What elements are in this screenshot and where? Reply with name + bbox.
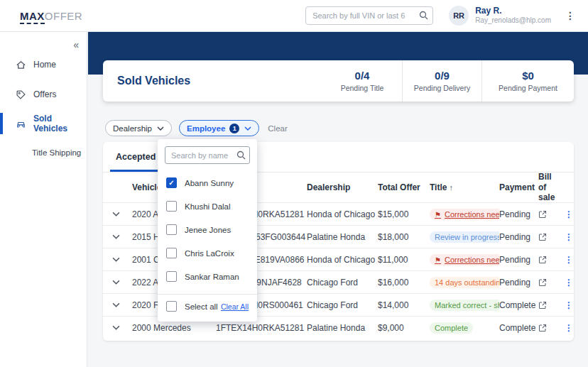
employee-option-jenee-jones[interactable]: Jenee Jones bbox=[158, 218, 257, 241]
column-header-bill-of-sale[interactable]: Bill of sale bbox=[538, 172, 565, 202]
stat-pending-delivery: 0/9 Pending Delivery bbox=[402, 60, 481, 102]
checkbox-icon[interactable] bbox=[166, 248, 177, 258]
stat-label: Pending Title bbox=[341, 84, 384, 92]
employee-filter-dropdown: Abann Sunny Khushi Dalal Jenee Jones Chr… bbox=[158, 139, 257, 322]
summary-card: Sold Vehicles 0/4 Pending Title 0/9 Pend… bbox=[103, 60, 574, 102]
title-status-cell: ⚑Corrections needed bbox=[430, 254, 499, 265]
sidebar-item-title-shipping[interactable]: Title Shipping bbox=[0, 142, 87, 163]
sort-ascending-icon: ↑ bbox=[449, 183, 453, 192]
header-kebab-menu-icon[interactable]: ⋮ bbox=[562, 9, 578, 23]
row-expand-icon[interactable] bbox=[112, 234, 132, 239]
employee-option-label: Khushi Dalal bbox=[185, 202, 231, 211]
chevron-down-icon bbox=[157, 126, 164, 131]
dealership-cell: Honda of Chicago bbox=[307, 255, 378, 265]
bill-of-sale-external-link-icon[interactable] bbox=[538, 324, 565, 332]
filter-row: Dealership Employee 1 Clear bbox=[105, 120, 288, 136]
bill-of-sale-external-link-icon[interactable] bbox=[538, 301, 565, 310]
bill-of-sale-external-link-icon[interactable] bbox=[538, 210, 565, 219]
stat-value: 0/4 bbox=[355, 70, 370, 82]
sidebar-item-sold-vehicles[interactable]: Sold Vehicles bbox=[0, 113, 87, 134]
title-status-badge[interactable]: ⚑Review in progress bbox=[430, 231, 499, 243]
dealership-cell: Palatine Honda bbox=[307, 232, 378, 242]
row-kebab-menu-icon[interactable]: ⋮ bbox=[565, 209, 574, 219]
title-status-badge[interactable]: ⚑14 days outstanding bbox=[430, 277, 499, 288]
employee-option-chris-lacroix[interactable]: Chris LaCroix bbox=[158, 241, 257, 265]
checkbox-icon[interactable] bbox=[166, 201, 177, 212]
sidebar-item-label: Sold Vehicles bbox=[33, 114, 87, 133]
row-kebab-menu-icon[interactable]: ⋮ bbox=[565, 255, 574, 265]
column-header-title[interactable]: Title↑ bbox=[430, 182, 499, 192]
column-header-dealership[interactable]: Dealership bbox=[307, 182, 378, 192]
employee-option-label: Chris LaCroix bbox=[185, 249, 234, 258]
dealership-cell: Honda of Chicago bbox=[307, 209, 378, 219]
title-status-cell: ⚑Corrections needed bbox=[430, 209, 499, 220]
payment-status-cell: Pending bbox=[499, 209, 538, 219]
bill-of-sale-external-link-icon[interactable] bbox=[538, 278, 565, 287]
total-offer-cell: $11,000 bbox=[378, 255, 430, 265]
header-right: RR Ray R. Ray_renolads@hlp.com ⋮ bbox=[305, 6, 578, 26]
row-expand-icon[interactable] bbox=[112, 280, 132, 285]
row-expand-icon[interactable] bbox=[112, 325, 132, 330]
sidebar-item-home[interactable]: Home bbox=[0, 54, 87, 75]
payment-status-cell: Pending bbox=[499, 278, 538, 287]
employee-option-label: Sankar Raman bbox=[185, 273, 239, 281]
row-expand-icon[interactable] bbox=[112, 212, 132, 217]
select-all-checkbox-icon[interactable] bbox=[166, 301, 177, 312]
stat-pending-payment: $0 Pending Payment bbox=[481, 60, 574, 102]
employee-option-khushi-dalal[interactable]: Khushi Dalal bbox=[158, 195, 257, 218]
column-header-payment[interactable]: Payment bbox=[499, 182, 538, 192]
sidebar-item-offers[interactable]: Offers bbox=[0, 84, 87, 105]
row-expand-icon[interactable] bbox=[112, 257, 132, 262]
bill-of-sale-external-link-icon[interactable] bbox=[538, 256, 565, 264]
corrections-flag-icon: ⚑ bbox=[435, 256, 441, 264]
dealership-cell: Chicago Ford bbox=[307, 300, 378, 310]
payment-status-cell: Complete bbox=[499, 300, 538, 310]
title-status-badge[interactable]: ⚑Corrections needed bbox=[430, 254, 499, 265]
title-status-badge[interactable]: ⚑Marked correct - ship bbox=[430, 300, 499, 311]
stat-value: $0 bbox=[522, 70, 534, 82]
dealership-filter-button[interactable]: Dealership bbox=[105, 120, 172, 136]
bill-of-sale-external-link-icon[interactable] bbox=[538, 233, 565, 241]
app-logo[interactable]: MAXOFFER bbox=[20, 10, 82, 22]
employee-option-abann-sunny[interactable]: Abann Sunny bbox=[158, 171, 257, 195]
vin-search bbox=[305, 6, 433, 25]
employee-filter-button[interactable]: Employee 1 bbox=[179, 120, 259, 136]
row-expand-icon[interactable] bbox=[112, 302, 132, 307]
title-status-badge[interactable]: ⚑Complete bbox=[430, 322, 473, 334]
title-status-badge[interactable]: ⚑Corrections needed bbox=[430, 209, 499, 220]
user-email: Ray_renolads@hlp.com bbox=[475, 16, 551, 26]
checkbox-icon[interactable] bbox=[166, 224, 177, 235]
search-icon bbox=[419, 11, 428, 20]
home-icon bbox=[16, 60, 26, 70]
total-offer-cell: $16,000 bbox=[378, 278, 430, 287]
payment-status-cell: Complete bbox=[499, 323, 538, 333]
total-offer-cell: $18,000 bbox=[378, 232, 430, 242]
stat-label: Pending Payment bbox=[499, 84, 557, 92]
logo-primary: MAX bbox=[20, 10, 45, 24]
avatar[interactable]: RR bbox=[449, 6, 469, 26]
sidebar-collapse-icon[interactable]: « bbox=[73, 39, 77, 50]
checkbox-checked-icon[interactable] bbox=[166, 177, 177, 188]
user-name: Ray R. bbox=[475, 6, 551, 16]
dealership-filter-label: Dealership bbox=[113, 124, 152, 133]
row-kebab-menu-icon[interactable]: ⋮ bbox=[565, 300, 574, 310]
select-all-label: Select all bbox=[185, 302, 218, 311]
employee-option-list: Abann Sunny Khushi Dalal Jenee Jones Chr… bbox=[158, 171, 257, 288]
sidebar-item-label: Offers bbox=[33, 89, 56, 99]
total-offer-cell: $9,000 bbox=[378, 323, 430, 333]
column-header-total-offer[interactable]: Total Offer bbox=[378, 182, 430, 192]
vin-search-input[interactable] bbox=[305, 6, 433, 25]
clear-filters-link[interactable]: Clear bbox=[268, 124, 287, 133]
row-kebab-menu-icon[interactable]: ⋮ bbox=[565, 278, 574, 287]
checkbox-icon[interactable] bbox=[166, 271, 177, 282]
employee-option-sankar-raman[interactable]: Sankar Raman bbox=[158, 265, 257, 288]
employee-filter-count-badge: 1 bbox=[229, 124, 239, 133]
title-status-cell: ⚑Marked correct - ship bbox=[430, 300, 499, 311]
row-kebab-menu-icon[interactable]: ⋮ bbox=[565, 232, 574, 242]
top-header: MAXOFFER RR Ray R. Ray_renolads@hlp.com … bbox=[0, 0, 588, 32]
row-kebab-menu-icon[interactable]: ⋮ bbox=[565, 323, 574, 333]
payment-status-cell: Pending bbox=[499, 232, 538, 242]
summary-stats: 0/4 Pending Title 0/9 Pending Delivery $… bbox=[322, 60, 574, 102]
total-offer-cell: $14,000 bbox=[378, 300, 430, 310]
clear-all-link[interactable]: Clear All bbox=[221, 302, 249, 311]
